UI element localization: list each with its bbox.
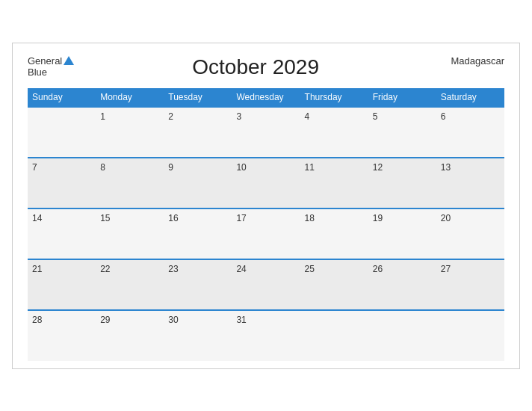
calendar-day-cell: 29 <box>96 310 164 361</box>
weekday-header: Saturday <box>436 88 504 107</box>
calendar-day-cell: 24 <box>232 259 300 310</box>
calendar-day-cell: 3 <box>232 107 300 158</box>
logo-general-text: General <box>28 55 62 67</box>
calendar-day-cell <box>368 310 436 361</box>
logo-triangle-icon <box>64 56 74 65</box>
calendar-day-cell: 9 <box>164 158 232 208</box>
calendar-day-cell: 7 <box>28 158 96 208</box>
weekday-header: Thursday <box>300 88 368 107</box>
weekday-header-row: SundayMondayTuesdayWednesdayThursdayFrid… <box>28 88 504 107</box>
calendar-day-cell: 1 <box>96 107 164 158</box>
calendar-container: General Blue October 2029 Madagascar Sun… <box>12 43 520 369</box>
calendar-day-cell: 14 <box>28 208 96 259</box>
calendar-week-row: 21222324252627 <box>28 259 504 310</box>
calendar-day-cell: 2 <box>164 107 232 158</box>
calendar-day-cell: 18 <box>300 208 368 259</box>
calendar-week-row: 14151617181920 <box>28 208 504 259</box>
weekday-header: Friday <box>368 88 436 107</box>
calendar-day-cell: 21 <box>28 259 96 310</box>
calendar-day-cell <box>28 107 96 158</box>
weekday-header: Tuesday <box>164 88 232 107</box>
calendar-day-cell: 11 <box>300 158 368 208</box>
calendar-day-cell: 25 <box>300 259 368 310</box>
calendar-day-cell: 30 <box>164 310 232 361</box>
calendar-day-cell: 31 <box>232 310 300 361</box>
calendar-day-cell: 16 <box>164 208 232 259</box>
calendar-week-row: 28293031 <box>28 310 504 361</box>
calendar-day-cell: 13 <box>436 158 504 208</box>
calendar-day-cell <box>300 310 368 361</box>
calendar-day-cell: 8 <box>96 158 164 208</box>
logo-blue-text: Blue <box>28 67 47 78</box>
country-label: Madagascar <box>437 55 504 67</box>
weekday-header: Monday <box>96 88 164 107</box>
calendar-day-cell: 17 <box>232 208 300 259</box>
calendar-week-row: 78910111213 <box>28 158 504 208</box>
calendar-table: SundayMondayTuesdayWednesdayThursdayFrid… <box>28 88 504 361</box>
calendar-day-cell: 5 <box>368 107 436 158</box>
calendar-day-cell: 10 <box>232 158 300 208</box>
calendar-day-cell <box>436 310 504 361</box>
calendar-day-cell: 28 <box>28 310 96 361</box>
month-title: October 2029 <box>74 55 437 79</box>
calendar-day-cell: 15 <box>96 208 164 259</box>
calendar-day-cell: 4 <box>300 107 368 158</box>
weekday-header: Wednesday <box>232 88 300 107</box>
calendar-day-cell: 19 <box>368 208 436 259</box>
calendar-week-row: 123456 <box>28 107 504 158</box>
calendar-header: General Blue October 2029 Madagascar <box>28 55 504 79</box>
calendar-day-cell: 6 <box>436 107 504 158</box>
calendar-day-cell: 26 <box>368 259 436 310</box>
calendar-day-cell: 23 <box>164 259 232 310</box>
calendar-day-cell: 12 <box>368 158 436 208</box>
calendar-day-cell: 22 <box>96 259 164 310</box>
calendar-day-cell: 20 <box>436 208 504 259</box>
calendar-body: 1234567891011121314151617181920212223242… <box>28 107 504 361</box>
weekday-header: Sunday <box>28 88 96 107</box>
calendar-day-cell: 27 <box>436 259 504 310</box>
logo: General Blue <box>28 55 74 78</box>
